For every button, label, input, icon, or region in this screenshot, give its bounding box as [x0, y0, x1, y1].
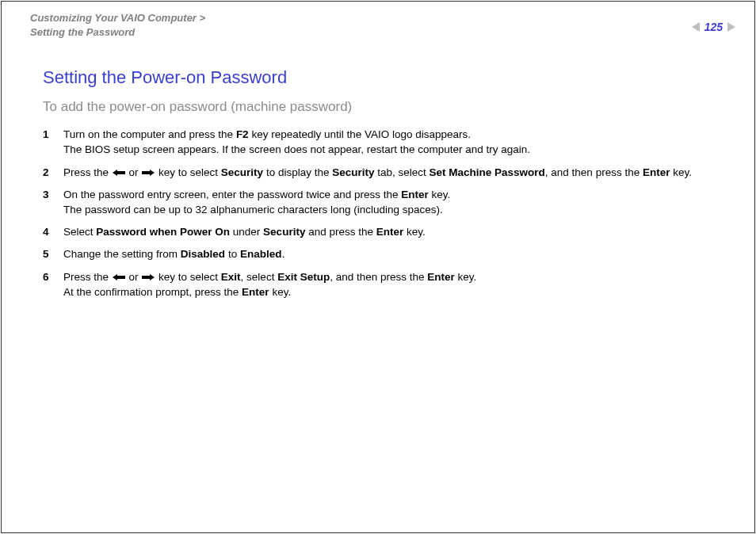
step-number: 2 — [43, 166, 63, 180]
bold-term: Set Machine Password — [430, 166, 545, 178]
breadcrumb-caret: > — [200, 12, 206, 24]
bold-key: Enter — [242, 286, 269, 298]
page-number: 125 — [704, 21, 723, 33]
step-4: 4 Select Password when Power On under Se… — [43, 225, 726, 239]
bold-term: Security — [263, 226, 305, 238]
text: or — [126, 166, 142, 178]
step-6: 6 Press the or key to select Exit, selec… — [43, 270, 726, 299]
svg-marker-0 — [113, 170, 125, 176]
bold-key: F2 — [236, 128, 249, 140]
bold-term: Enabled — [240, 248, 282, 260]
breadcrumb: Customizing Your VAIO Computer > Setting… — [30, 11, 205, 39]
left-arrow-icon — [113, 169, 125, 177]
breadcrumb-level-1: Customizing Your VAIO Computer — [30, 12, 197, 24]
bold-term: Security — [221, 166, 263, 178]
step-body: Turn on the computer and press the F2 ke… — [63, 128, 726, 157]
step-number: 4 — [43, 225, 63, 239]
text: On the password entry screen, enter the … — [63, 189, 401, 200]
text: The BIOS setup screen appears. If the sc… — [63, 143, 726, 157]
step-2: 2 Press the or key to select Security to… — [43, 166, 726, 180]
bold-term: Password when Power On — [96, 226, 230, 238]
bold-key: Enter — [643, 166, 670, 178]
bold-key: Enter — [401, 189, 429, 200]
bold-key: Enter — [376, 226, 404, 238]
steps-list: 1 Turn on the computer and press the F2 … — [43, 128, 726, 299]
step-number: 5 — [43, 247, 63, 261]
text: Press the — [63, 271, 112, 283]
text: key. — [403, 226, 426, 238]
step-1: 1 Turn on the computer and press the F2 … — [43, 128, 726, 157]
text: key. — [670, 166, 692, 178]
svg-marker-3 — [142, 274, 155, 280]
text: The password can be up to 32 alphanumeri… — [63, 203, 726, 217]
step-body: Change the setting from Disabled to Enab… — [63, 247, 726, 261]
text: to display the — [263, 166, 332, 178]
text: key to select — [155, 271, 221, 283]
text: and press the — [305, 226, 376, 238]
text: Press the — [63, 166, 112, 178]
step-number: 6 — [43, 270, 63, 299]
step-body: Press the or key to select Exit, select … — [63, 270, 726, 299]
text: key repeatedly until the VAIO logo disap… — [249, 128, 471, 140]
bold-term: Disabled — [181, 248, 225, 260]
page-title: Setting the Power-on Password — [43, 67, 726, 88]
text: key. — [269, 286, 292, 298]
page-navigation: 125 — [692, 11, 735, 33]
step-body: On the password entry screen, enter the … — [63, 188, 726, 217]
svg-marker-1 — [142, 170, 155, 176]
page-content: Setting the Power-on Password To add the… — [2, 39, 754, 299]
text: , and then press the — [545, 166, 643, 178]
text: key to select — [155, 166, 221, 178]
text: key. — [429, 189, 451, 200]
text: or — [126, 271, 142, 283]
bold-term: Exit — [221, 271, 241, 283]
text: At the confirmation prompt, press the En… — [63, 285, 726, 299]
page-header: Customizing Your VAIO Computer > Setting… — [2, 2, 754, 39]
next-page-icon[interactable] — [727, 22, 735, 32]
right-arrow-icon — [142, 169, 155, 177]
left-arrow-icon — [113, 273, 125, 281]
text: key. — [455, 271, 477, 283]
right-arrow-icon — [142, 273, 155, 281]
text: tab, select — [374, 166, 429, 178]
text: Change the setting from — [63, 248, 181, 260]
bold-term: Exit Setup — [277, 271, 330, 283]
page-subtitle: To add the power-on password (machine pa… — [43, 99, 726, 115]
text: Select — [63, 226, 96, 238]
text: , and then press the — [330, 271, 427, 283]
bold-key: Enter — [427, 271, 455, 283]
text: At the confirmation prompt, press the — [63, 286, 242, 298]
step-body: Select Password when Power On under Secu… — [63, 225, 726, 239]
step-3: 3 On the password entry screen, enter th… — [43, 188, 726, 217]
text: under — [230, 226, 263, 238]
step-number: 3 — [43, 188, 63, 217]
breadcrumb-level-2: Setting the Password — [30, 26, 135, 38]
text: . — [281, 248, 284, 260]
document-page: Customizing Your VAIO Computer > Setting… — [1, 1, 755, 533]
bold-term: Security — [332, 166, 374, 178]
step-body: Press the or key to select Security to d… — [63, 166, 726, 180]
text: to — [225, 248, 240, 260]
svg-marker-2 — [113, 274, 125, 280]
step-number: 1 — [43, 128, 63, 157]
step-5: 5 Change the setting from Disabled to En… — [43, 247, 726, 261]
prev-page-icon[interactable] — [692, 22, 700, 32]
text: Turn on the computer and press the — [63, 128, 236, 140]
text: , select — [241, 271, 278, 283]
